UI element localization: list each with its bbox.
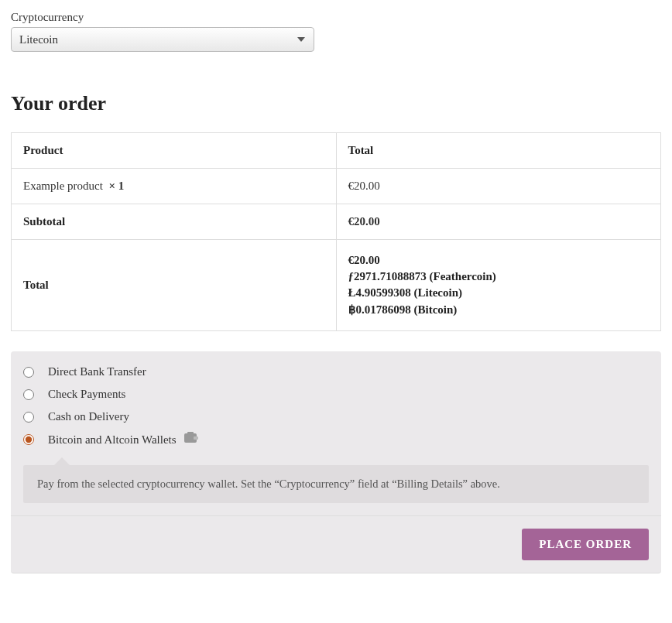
payment-method-bank[interactable]: Direct Bank Transfer: [23, 361, 649, 383]
payment-methods-list: Direct Bank Transfer Check Payments Cash…: [11, 351, 661, 457]
payment-radio-bank[interactable]: [23, 367, 34, 378]
payment-method-cod[interactable]: Cash on Delivery: [23, 406, 649, 428]
place-order-button[interactable]: PLACE ORDER: [522, 529, 649, 560]
table-header-row: Product Total: [12, 133, 661, 169]
payment-radio-check[interactable]: [23, 389, 34, 400]
payment-label-cod: Cash on Delivery: [48, 410, 129, 423]
payment-radio-cod[interactable]: [23, 412, 34, 423]
header-product: Product: [12, 133, 337, 169]
payment-label-check: Check Payments: [48, 388, 125, 401]
product-total: €20.00: [336, 169, 661, 204]
total-row: Total €20.00 ƒ2971.71088873 (Feathercoin…: [12, 240, 661, 331]
payment-methods-box: Direct Bank Transfer Check Payments Cash…: [11, 351, 661, 573]
subtotal-label: Subtotal: [12, 204, 337, 240]
total-label: Total: [12, 240, 337, 331]
total-feathercoin: ƒ2971.71088873 (Feathercoin): [348, 270, 650, 283]
total-values: €20.00 ƒ2971.71088873 (Feathercoin) Ł4.9…: [336, 240, 661, 331]
payment-method-description: Pay from the selected cryptocurrency wal…: [23, 465, 649, 503]
wallet-icon: [184, 432, 198, 446]
payment-label-wallets: Bitcoin and Altcoin Wallets: [48, 433, 177, 447]
subtotal-value: €20.00: [336, 204, 661, 240]
payment-method-wallets[interactable]: Bitcoin and Altcoin Wallets: [23, 428, 649, 451]
table-row: Example product × 1 €20.00: [12, 169, 661, 204]
your-order-heading: Your order: [11, 92, 661, 115]
payment-radio-wallets[interactable]: [23, 434, 34, 445]
header-total: Total: [336, 133, 661, 169]
order-review-table: Product Total Example product × 1 €20.00…: [11, 132, 661, 331]
subtotal-row: Subtotal €20.00: [12, 204, 661, 240]
total-litecoin: Ł4.90599308 (Litecoin): [348, 286, 650, 300]
cryptocurrency-select[interactable]: Litecoin: [11, 27, 314, 52]
product-cell: Example product × 1: [12, 169, 337, 204]
cryptocurrency-label: Cryptocurrency: [11, 11, 661, 24]
total-eur: €20.00: [348, 254, 650, 267]
place-order-row: PLACE ORDER: [11, 515, 661, 573]
product-quantity: × 1: [108, 180, 124, 192]
payment-method-check[interactable]: Check Payments: [23, 383, 649, 406]
svg-rect-1: [187, 432, 194, 435]
svg-rect-2: [194, 436, 198, 440]
cryptocurrency-select-wrap: Litecoin: [11, 27, 314, 52]
payment-label-bank: Direct Bank Transfer: [48, 365, 146, 378]
product-name: Example product: [23, 180, 103, 192]
total-bitcoin: ฿0.01786098 (Bitcoin): [348, 303, 650, 317]
